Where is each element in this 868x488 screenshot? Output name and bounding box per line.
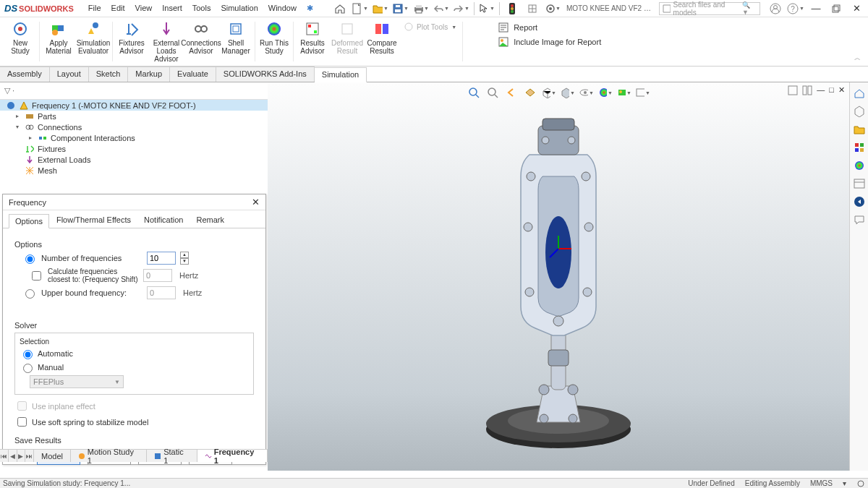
viewport-close-icon[interactable]: ✕ — [838, 85, 845, 95]
viewport-minimize-icon[interactable]: — — [817, 85, 825, 95]
dialog-tab-flow[interactable]: Flow/Thermal Effects — [51, 213, 137, 228]
zoom-area-icon[interactable] — [485, 85, 500, 100]
tab-nav-next[interactable]: ▶ — [17, 450, 26, 462]
status-gear-icon[interactable] — [856, 479, 865, 488]
bottom-tab-frequency[interactable]: Frequency 1 — [197, 450, 268, 462]
ribbon-run-study[interactable]: Run This Study — [257, 19, 292, 64]
tab-evaluate[interactable]: Evaluate — [170, 67, 216, 82]
tree-component-interactions[interactable]: ▸Component Interactions — [0, 132, 268, 143]
tab-sketch[interactable]: Sketch — [89, 67, 129, 82]
undo-icon[interactable]: ▼ — [433, 1, 449, 16]
ribbon-include-image[interactable]: Include Image for Report — [498, 36, 601, 48]
ribbon-compare-results[interactable]: Compare Results — [365, 19, 399, 64]
options-gear-icon[interactable]: ▼ — [545, 1, 561, 16]
ribbon-connections-advisor[interactable]: Connections Advisor — [184, 19, 218, 64]
radio-manual[interactable] — [23, 364, 33, 373]
edit-appearance-icon[interactable]: ▼ — [598, 85, 613, 100]
calc-closest-input[interactable] — [143, 269, 172, 282]
radio-automatic[interactable] — [23, 350, 33, 359]
taskpane-file-explorer-icon[interactable] — [851, 140, 867, 155]
tree-root-frequency[interactable]: Frequency 1 (-MOTO KNEE AND VF2 FOOT-) — [0, 100, 268, 111]
num-freq-input[interactable] — [147, 252, 176, 265]
ribbon-external-loads[interactable]: External Loads Advisor — [149, 19, 184, 64]
close-button[interactable]: ✕ — [848, 1, 865, 16]
taskpane-appearances-icon[interactable] — [851, 176, 867, 192]
minimize-button[interactable]: — — [807, 1, 825, 16]
ribbon-apply-material[interactable]: Apply Material — [41, 19, 76, 64]
view-settings-icon[interactable]: ▼ — [636, 85, 650, 100]
ribbon-new-study[interactable]: New Study — [3, 19, 38, 64]
search-input[interactable]: Search files and models 🔍 ▼ — [659, 2, 760, 15]
window-tile-icon[interactable] — [802, 85, 812, 95]
menu-insert[interactable]: Insert — [158, 1, 187, 15]
radio-num-frequencies[interactable] — [25, 254, 35, 264]
tab-markup[interactable]: Markup — [128, 67, 170, 82]
taskpane-view-palette-icon[interactable] — [851, 158, 867, 174]
redo-icon[interactable]: ▼ — [454, 1, 469, 16]
ribbon-results-advisor[interactable]: Results Advisor — [295, 19, 330, 64]
tab-nav-prev[interactable]: ◀ — [9, 450, 17, 462]
ribbon-simulation-evaluator[interactable]: Simulation Evaluator — [76, 19, 111, 64]
user-icon[interactable] — [767, 1, 784, 16]
tree-external-loads[interactable]: ▸External Loads — [0, 154, 268, 165]
check-calc-closest[interactable] — [32, 271, 41, 281]
hide-show-icon[interactable]: ▼ — [579, 85, 594, 100]
taskpane-custom-properties-icon[interactable] — [851, 194, 867, 210]
menu-window[interactable]: Window — [264, 1, 301, 15]
taskpane-design-library-icon[interactable] — [851, 121, 867, 137]
ribbon-shell-manager[interactable]: Shell Manager — [218, 19, 253, 64]
bottom-tab-static[interactable]: Static 1 — [147, 450, 197, 462]
home-icon[interactable] — [332, 1, 348, 16]
open-icon[interactable]: ▼ — [373, 1, 388, 16]
tab-nav-last[interactable]: ⏭ — [25, 450, 34, 462]
tab-simulation[interactable]: Simulation — [315, 67, 367, 82]
help-icon[interactable]: ?▼ — [787, 1, 804, 16]
solver-select[interactable]: FFEPlus▼ — [30, 375, 124, 388]
zoom-fit-icon[interactable] — [467, 85, 481, 100]
save-icon[interactable]: ▼ — [393, 1, 409, 16]
check-soft-spring[interactable] — [17, 417, 27, 427]
apply-scene-icon[interactable]: ▼ — [617, 85, 631, 100]
bottom-tab-motion[interactable]: Motion Study 1 — [71, 450, 147, 462]
menu-tools[interactable]: Tools — [188, 1, 216, 15]
taskpane-home-icon[interactable] — [851, 85, 867, 101]
section-view-icon[interactable] — [523, 85, 537, 100]
tree-parts[interactable]: ▸Parts — [0, 111, 268, 121]
menu-file[interactable]: File — [84, 1, 106, 15]
tab-nav-first[interactable]: ⏮ — [0, 450, 9, 462]
tree-connections[interactable]: ▾Connections — [0, 121, 268, 132]
num-freq-spinner[interactable]: ▲▼ — [180, 252, 189, 265]
new-doc-icon[interactable]: ▼ — [352, 1, 368, 16]
rebuild-icon[interactable] — [524, 1, 540, 16]
taskpane-forum-icon[interactable] — [851, 212, 867, 228]
menu-simulation[interactable]: Simulation — [216, 1, 262, 15]
dialog-tab-notification[interactable]: Notification — [138, 213, 189, 228]
tab-assembly[interactable]: Assembly — [0, 67, 50, 82]
window-snap-icon[interactable] — [788, 85, 798, 95]
taskpane-resources-icon[interactable] — [851, 103, 867, 119]
tree-mesh[interactable]: ▸Mesh — [0, 165, 268, 176]
print-icon[interactable]: ▼ — [413, 1, 429, 16]
ribbon-collapse-icon[interactable]: ︿ — [850, 52, 865, 64]
previous-view-icon[interactable] — [504, 85, 519, 100]
menu-view[interactable]: View — [131, 1, 157, 15]
status-chevron-icon[interactable]: ▾ — [843, 479, 846, 488]
tab-layout[interactable]: Layout — [50, 67, 89, 82]
menu-edit[interactable]: Edit — [107, 1, 129, 15]
graphics-viewport[interactable]: ▼ ▼ ▼ ▼ ▼ ▼ — □ ✕ — [268, 82, 849, 471]
menu-expand-icon[interactable]: ✱ — [302, 1, 318, 15]
dialog-tab-options[interactable]: Options — [9, 214, 49, 228]
radio-upper-bound[interactable] — [25, 289, 35, 299]
display-style-icon[interactable]: ▼ — [561, 85, 575, 100]
bottom-tab-model[interactable]: Model — [34, 450, 71, 462]
tab-addins[interactable]: SOLIDWORKS Add-Ins — [216, 67, 315, 82]
viewport-maximize-icon[interactable]: □ — [829, 85, 834, 95]
upper-bound-input[interactable] — [147, 286, 176, 299]
ribbon-report[interactable]: Report — [498, 22, 601, 33]
view-orientation-icon[interactable]: ▼ — [542, 85, 556, 100]
tree-fixtures[interactable]: ▸Fixtures — [0, 143, 268, 154]
ribbon-fixtures-advisor[interactable]: Fixtures Advisor — [114, 19, 149, 64]
select-arrow-icon[interactable]: ▼ — [479, 1, 495, 16]
maximize-button[interactable] — [827, 1, 845, 16]
traffic-light-icon[interactable] — [504, 1, 520, 16]
